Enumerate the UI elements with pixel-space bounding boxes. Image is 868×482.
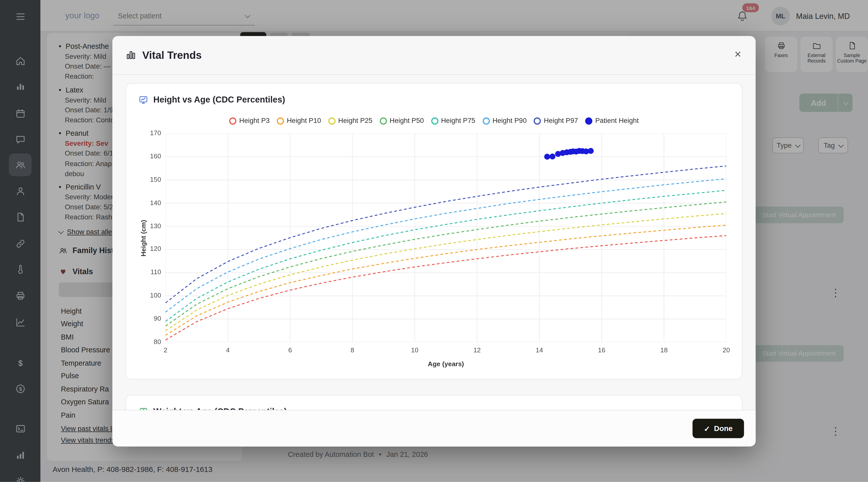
legend-marker [328, 117, 336, 124]
y-tick-label: 110 [139, 268, 161, 276]
legend-label: Patient Height [595, 117, 639, 125]
x-tick-label: 14 [531, 346, 548, 354]
height-chart-header: Height vs Age (CDC Percentiles) [126, 84, 742, 105]
y-tick-label: 80 [139, 338, 161, 345]
legend-marker [229, 117, 237, 124]
legend-item[interactable]: Height P75 [431, 117, 475, 125]
bar-chart-icon [126, 50, 136, 60]
legend-label: Height P75 [441, 117, 475, 125]
series-line [165, 179, 726, 312]
height-chart-plot-area: 8090100110120130140150160170 24681012141… [165, 133, 726, 342]
legend-item[interactable]: Height P25 [328, 117, 372, 125]
x-tick-label: 4 [219, 346, 236, 354]
y-tick-label: 100 [139, 292, 161, 299]
legend-marker [585, 117, 592, 124]
y-tick-label: 160 [139, 152, 161, 160]
x-tick-label: 20 [718, 346, 735, 354]
y-tick-label: 140 [139, 199, 161, 207]
legend-marker [534, 117, 541, 124]
x-tick-label: 10 [406, 346, 423, 354]
y-tick-label: 90 [139, 314, 161, 323]
series-line [165, 166, 726, 303]
modal-footer: ✓ Done [112, 410, 755, 446]
app-root: $ $ your logo Select patient 164 ML Maia… [0, 0, 868, 482]
modal-title: Vital Trends [142, 49, 202, 61]
x-axis-label: Age (years) [428, 360, 464, 368]
x-tick-label: 8 [344, 346, 361, 354]
x-tick-label: 18 [656, 346, 672, 354]
patient-data-point [544, 154, 550, 159]
done-button-label: Done [714, 424, 733, 432]
height-chart-title: Height vs Age (CDC Percentiles) [153, 95, 285, 105]
chart-legend: Height P3Height P10Height P25Height P50H… [126, 117, 742, 125]
legend-item[interactable]: Height P3 [229, 117, 270, 125]
close-icon[interactable]: × [734, 48, 741, 60]
x-tick-label: 2 [157, 346, 174, 354]
vital-trends-modal: Vital Trends × Height vs Age (CDC Percen… [112, 36, 755, 446]
legend-label: Height P50 [390, 117, 424, 125]
presentation-chart-icon [138, 95, 149, 105]
legend-item[interactable]: Height P97 [534, 117, 578, 125]
x-tick-label: 12 [469, 346, 485, 354]
legend-label: Height P90 [493, 117, 527, 125]
x-tick-label: 16 [593, 346, 610, 354]
y-tick-label: 150 [139, 175, 161, 183]
height-chart-card: Height vs Age (CDC Percentiles) Height P… [126, 83, 742, 380]
done-button[interactable]: ✓ Done [692, 419, 744, 438]
legend-item[interactable]: Height P50 [380, 117, 424, 125]
y-tick-label: 170 [139, 129, 161, 137]
legend-marker [483, 117, 490, 124]
x-axis-ticks: 2468101214161820 [165, 346, 726, 355]
legend-marker [380, 117, 387, 124]
modal-header: Vital Trends × [112, 36, 755, 74]
legend-item[interactable]: Height P10 [277, 117, 321, 125]
series-line [165, 214, 726, 331]
legend-item[interactable]: Patient Height [585, 117, 639, 125]
patient-data-point [588, 148, 594, 154]
legend-label: Height P3 [239, 117, 270, 125]
legend-marker [277, 117, 284, 124]
height-chart [165, 133, 726, 342]
legend-label: Height P10 [287, 117, 321, 125]
legend-marker [431, 117, 438, 124]
check-icon: ✓ [704, 424, 710, 433]
patient-data-point [550, 154, 555, 159]
x-tick-label: 6 [282, 346, 299, 354]
legend-item[interactable]: Height P90 [483, 117, 527, 125]
y-axis-label: Height (cm) [140, 220, 147, 256]
legend-label: Height P97 [544, 117, 578, 125]
legend-label: Height P25 [338, 117, 372, 125]
